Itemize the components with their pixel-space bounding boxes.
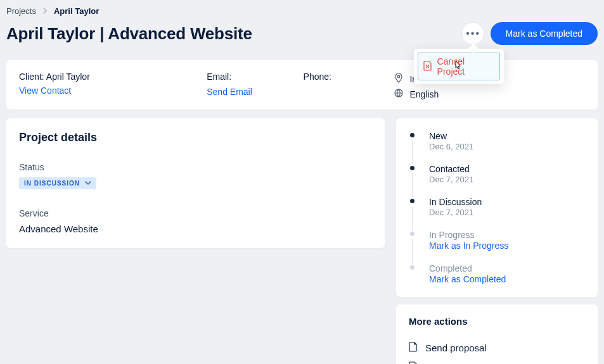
view-contact-link[interactable]: View Contact [19,85,71,96]
email-value [235,72,288,82]
email-label: Email: [207,72,231,82]
more-actions-card: More actions Send proposal Send invoice [396,304,598,364]
timeline-item: NewDec 6, 2021 [410,131,584,164]
page-title: April Taylor | Advanced Website [6,24,252,44]
location-pin-icon [394,73,403,85]
timeline-dot-icon [410,199,414,203]
globe-icon [394,89,403,99]
phone-label: Phone: [304,72,331,82]
project-details-card: Project details Status IN DISCUSSION Ser… [6,118,385,248]
cancel-project-label: Cancel Project [437,56,494,77]
ellipsis-icon: ••• [466,28,480,39]
status-dropdown[interactable]: IN DISCUSSION [19,177,96,189]
timeline-action-link[interactable]: Mark as In Progress [429,241,584,251]
send-invoice-action[interactable]: Send invoice [409,358,585,364]
timeline-connector [412,173,413,198]
document-icon [409,342,418,354]
svg-point-0 [398,75,401,78]
client-language-value: English [409,89,439,99]
more-actions-heading: More actions [409,316,585,327]
timeline-date: Dec 6, 2021 [429,142,584,151]
breadcrumb: Projects April Taylor [6,6,598,16]
timeline-dot-icon [410,133,414,137]
project-details-heading: Project details [19,131,372,144]
timeline-dot-icon [410,265,414,270]
timeline-item: In ProgressMark as In Progress [410,230,584,263]
chevron-down-icon [85,180,91,187]
timeline-card: NewDec 6, 2021ContactedDec 7, 2021In Dis… [396,118,598,297]
timeline-connector [412,239,413,265]
breadcrumb-root[interactable]: Projects [6,6,36,16]
timeline-connector [412,140,413,165]
client-label: Client: [19,72,44,82]
status-value: IN DISCUSSION [24,180,80,187]
send-email-link[interactable]: Send Email [207,87,388,97]
timeline-date: Dec 7, 2021 [429,208,584,217]
service-value: Advanced Website [19,223,372,234]
timeline-dot-icon [410,166,414,170]
timeline-item: CompletedMark as Completed [410,263,584,284]
more-options-dropdown: Cancel Project [414,49,504,84]
phone-value [335,72,388,82]
timeline-item: In DiscussionDec 7, 2021 [410,197,584,230]
timeline-connector [412,206,413,231]
timeline-title: Completed [429,263,584,273]
client-name: April Taylor [46,72,90,82]
client-label-line: Client: April Taylor [19,72,200,82]
timeline-title: In Progress [429,230,584,240]
send-proposal-action[interactable]: Send proposal [409,338,585,358]
breadcrumb-current: April Taylor [54,6,99,16]
timeline-item: ContactedDec 7, 2021 [410,164,584,197]
timeline-title: In Discussion [429,197,584,207]
chevron-right-icon [42,6,48,16]
send-proposal-label: Send proposal [425,342,487,353]
mark-completed-button[interactable]: Mark as Completed [491,22,598,45]
cancel-project-menu-item[interactable]: Cancel Project [418,53,500,80]
more-options-button[interactable]: ••• [461,22,484,45]
client-language: English [394,89,585,99]
cancel-file-icon [423,61,432,73]
service-label: Service [19,208,372,218]
client-info-card: Client: April Taylor View Contact Email:… [6,60,598,110]
invoice-icon [409,361,418,364]
status-label: Status [19,162,372,172]
timeline-title: New [429,131,584,141]
timeline-date: Dec 7, 2021 [429,175,584,184]
timeline-action-link[interactable]: Mark as Completed [429,274,584,284]
timeline-dot-icon [410,232,414,236]
timeline-title: Contacted [429,164,584,174]
